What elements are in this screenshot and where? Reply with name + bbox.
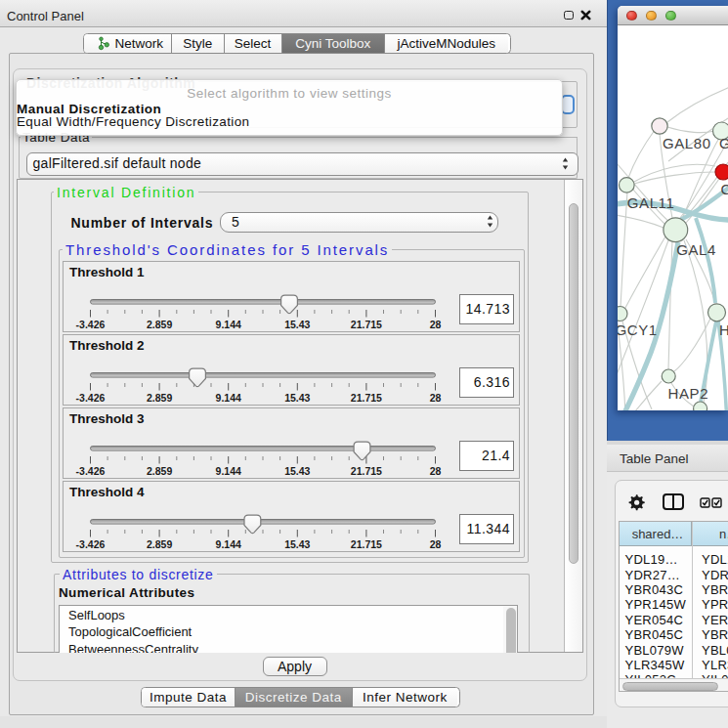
svg-text:GA: GA <box>719 135 728 151</box>
svg-text:-3.426: -3.426 <box>76 538 106 550</box>
svg-text:15.43: 15.43 <box>284 319 310 330</box>
svg-text:28: 28 <box>430 465 442 477</box>
svg-text:15.43: 15.43 <box>284 538 310 550</box>
svg-text:21.715: 21.715 <box>351 538 382 550</box>
svg-text:GAL11: GAL11 <box>627 194 675 211</box>
svg-text:GCY1: GCY1 <box>618 321 658 338</box>
svg-text:9.144: 9.144 <box>216 538 241 550</box>
svg-text:-3.426: -3.426 <box>76 319 106 330</box>
svg-text:9.144: 9.144 <box>216 392 241 404</box>
svg-text:2.859: 2.859 <box>147 538 172 550</box>
svg-text:9.144: 9.144 <box>216 319 241 330</box>
svg-text:C: C <box>721 181 728 197</box>
svg-text:15.43: 15.43 <box>284 392 310 404</box>
svg-text:H: H <box>719 321 728 338</box>
svg-text:-3.426: -3.426 <box>76 465 106 477</box>
svg-text:2.859: 2.859 <box>147 319 172 330</box>
svg-text:GAL4: GAL4 <box>676 241 716 258</box>
svg-text:2.859: 2.859 <box>147 392 172 404</box>
svg-text:15.43: 15.43 <box>284 465 310 477</box>
svg-text:21.715: 21.715 <box>351 392 382 404</box>
svg-text:21.715: 21.715 <box>351 465 382 477</box>
svg-text:9.144: 9.144 <box>216 465 241 477</box>
svg-text:HAP2: HAP2 <box>668 385 709 402</box>
svg-text:2.859: 2.859 <box>147 465 172 477</box>
svg-text:28: 28 <box>430 538 442 550</box>
svg-text:-3.426: -3.426 <box>76 392 106 404</box>
svg-text:GAL80: GAL80 <box>663 135 711 151</box>
svg-text:21.715: 21.715 <box>351 319 382 330</box>
svg-text:28: 28 <box>430 392 442 404</box>
svg-text:28: 28 <box>430 319 442 330</box>
